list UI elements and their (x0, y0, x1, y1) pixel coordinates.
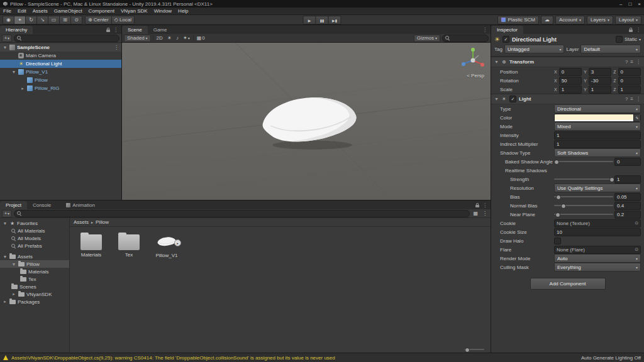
strength-slider[interactable] (554, 178, 613, 180)
light-type-dropdown[interactable]: Directional ▾ (554, 104, 641, 113)
menu-file[interactable]: File (0, 8, 14, 14)
object-picker-icon[interactable]: ⊙ (635, 221, 638, 226)
panel-menu-icon[interactable]: ⋮ (482, 27, 487, 33)
foldout-icon[interactable]: ▼ (494, 60, 499, 64)
scene-menu-icon[interactable]: ⋮ (114, 45, 119, 50)
auto-generate-lighting-toggle[interactable]: Auto Generate Lighting Off (581, 355, 641, 361)
rotation-x-field[interactable]: 50 (559, 77, 582, 85)
scale-tool-button[interactable]: ↘ (37, 16, 48, 25)
resolution-dropdown[interactable]: Use Quality Settings ▾ (554, 184, 641, 192)
maximize-button[interactable]: □ (628, 1, 631, 7)
transform-component-header[interactable]: ▼ ⊕ Transform ? ≡ ⋮ (491, 57, 644, 67)
layers-dropdown[interactable]: Layers ▾ (587, 16, 613, 25)
static-checkbox[interactable] (616, 36, 623, 43)
near-plane-field[interactable]: 0.2 (614, 211, 641, 219)
position-z-field[interactable]: 0 (618, 68, 641, 76)
hierarchy-scene-row[interactable]: ▼ SampleScene ⋮ (0, 43, 121, 52)
slider-knob[interactable] (554, 160, 559, 165)
add-component-button[interactable]: Add Component (530, 278, 606, 290)
light-color-field[interactable]: ✎ (554, 114, 641, 122)
foldout-icon[interactable]: ▼ (11, 262, 16, 266)
thumbnail-size-slider[interactable] (464, 349, 484, 350)
preset-icon[interactable]: ≡ (630, 96, 633, 102)
bias-slider[interactable] (554, 196, 613, 197)
hierarchy-item-pillow[interactable]: Pillow (0, 76, 121, 84)
help-icon[interactable]: ? (625, 96, 628, 102)
baked-angle-field[interactable]: 0 (614, 158, 641, 166)
culling-mask-dropdown[interactable]: Everything ▾ (554, 263, 641, 272)
project-search-input[interactable] (14, 210, 470, 217)
create-button[interactable]: + ▾ (2, 35, 12, 42)
rotate-tool-button[interactable]: ↻ (26, 16, 37, 25)
pillow-model[interactable] (251, 90, 367, 154)
tab-project[interactable]: Project (0, 201, 27, 209)
foldout-icon[interactable]: ▼ (3, 255, 8, 259)
foldout-icon[interactable]: ▸ (20, 86, 25, 91)
cookie-object-field[interactable]: None (Texture) ⊙ (554, 219, 641, 228)
position-x-field[interactable]: 0 (559, 68, 582, 76)
help-icon[interactable]: ? (625, 59, 628, 65)
menu-component[interactable]: Component (86, 8, 118, 14)
enabled-checkbox[interactable]: ✓ (502, 36, 509, 43)
close-button[interactable]: × (638, 1, 641, 7)
breadcrumb-pillow[interactable]: Pillow (96, 219, 109, 225)
strength-field[interactable]: 1 (614, 175, 641, 184)
filter-menu-icon[interactable]: ⋮ (481, 211, 489, 216)
transform-tool-button[interactable]: ⊞ (60, 16, 71, 25)
tab-scene[interactable]: Scene (122, 26, 148, 34)
tree-all-materials[interactable]: All Materials (0, 227, 69, 234)
hierarchy-item-pillow-v1[interactable]: ▼ Pillow_V1 (0, 68, 121, 76)
scene-viewport[interactable]: < Persp (122, 43, 491, 200)
foldout-icon[interactable]: ▼ (3, 45, 8, 50)
scale-x-field[interactable]: 1 (559, 85, 582, 94)
scene-search-input[interactable] (442, 35, 489, 42)
panel-menu-icon[interactable]: ⋮ (636, 27, 641, 33)
light-mode-dropdown[interactable]: Mixed ▾ (554, 122, 641, 131)
light-enabled-checkbox[interactable]: ✓ (509, 96, 516, 102)
panel-menu-icon[interactable]: ⋮ (113, 27, 118, 33)
normal-bias-field[interactable]: 0.4 (614, 202, 641, 210)
tree-all-models[interactable]: All Models (0, 234, 69, 242)
pause-button[interactable]: ▮▮ (316, 16, 329, 25)
bias-field[interactable]: 0.05 (614, 193, 641, 201)
cookie-size-field[interactable]: 10 (554, 228, 641, 236)
hand-tool-button[interactable]: ◉ (3, 16, 14, 25)
tab-hierarchy[interactable]: Hierarchy (0, 26, 33, 34)
tree-favorites[interactable]: ▼ ★ Favorites (0, 219, 69, 227)
create-asset-button[interactable]: + ▾ (2, 210, 12, 217)
baked-angle-slider[interactable] (554, 161, 613, 162)
pivot-local-button[interactable]: ◇ Local (112, 16, 135, 25)
slider-knob[interactable] (609, 177, 614, 182)
foldout-icon[interactable]: ▼ (11, 70, 16, 74)
plastic-scm-button[interactable]: Plastic SCM (497, 16, 539, 25)
hierarchy-item-main-camera[interactable]: Main Camera (0, 52, 121, 60)
scene-audio-toggle[interactable]: ♪ (175, 35, 180, 41)
menu-assets[interactable]: Assets (30, 8, 51, 14)
foldout-icon[interactable]: ▼ (3, 221, 8, 226)
static-toggle[interactable]: Static ▾ (616, 36, 641, 43)
intensity-field[interactable]: 1 (554, 131, 641, 140)
tag-dropdown[interactable]: Untagged ▾ (504, 45, 565, 53)
tree-scenes[interactable]: Scenes (0, 283, 69, 290)
account-dropdown[interactable]: Account ▾ (555, 16, 585, 25)
scale-z-field[interactable]: 1 (618, 85, 641, 94)
menu-edit[interactable]: Edit (14, 8, 30, 14)
scale-y-field[interactable]: 1 (589, 85, 611, 94)
foldout-icon[interactable]: ▼ (494, 97, 499, 101)
slider-track[interactable] (554, 196, 613, 197)
menu-window[interactable]: Window (151, 8, 175, 14)
rotation-y-field[interactable]: -30 (589, 77, 611, 85)
foldout-icon[interactable]: ▸ (3, 299, 8, 304)
minimize-button[interactable]: – (619, 1, 622, 7)
menu-help[interactable]: Help (175, 8, 191, 14)
tab-inspector[interactable]: Inspector (491, 26, 523, 34)
hierarchy-item-directional-light[interactable]: ☀ Directional Light (0, 60, 121, 68)
hidden-objects-toggle[interactable]: ▦ 0 (196, 35, 206, 41)
tree-vnyansdk[interactable]: ▸ VNyanSDK (0, 290, 69, 298)
breadcrumb-assets[interactable]: Assets (74, 219, 89, 225)
tab-animation[interactable]: Animation (60, 201, 101, 209)
grid-view-icon[interactable]: ▦ (472, 211, 479, 216)
flare-object-field[interactable]: None (Flare) ⊙ (554, 246, 641, 254)
orientation-gizmo[interactable] (459, 45, 487, 73)
panel-menu-icon[interactable]: ⋮ (482, 202, 487, 208)
